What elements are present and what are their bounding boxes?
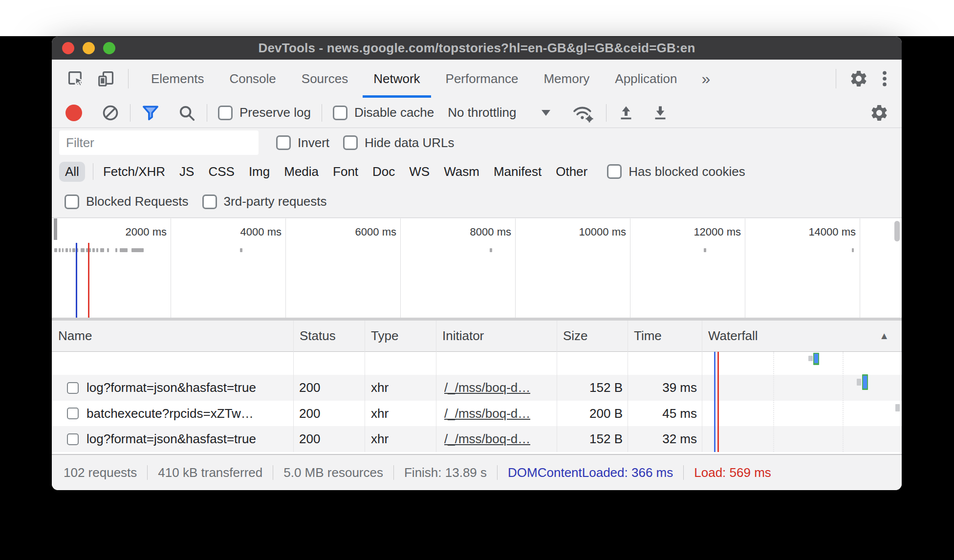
filter-chip-js[interactable]: JS [179,164,194,179]
tab-performance[interactable]: Performance [433,60,531,98]
tab-console[interactable]: Console [217,60,288,98]
overview-scrollbar-thumb[interactable] [894,221,900,241]
preserve-log-label[interactable]: Preserve log [239,105,311,120]
zoom-window-button[interactable] [103,42,115,54]
filter-chip-ws[interactable]: WS [409,164,430,179]
filter-chip-fetch-xhr[interactable]: Fetch/XHR [103,164,165,179]
overview-activity-mark [59,248,61,252]
initiator-link[interactable]: /_/mss/boq-d… [444,406,530,421]
sort-ascending-icon[interactable]: ▲ [879,330,889,342]
export-har-icon[interactable] [651,104,669,122]
name-cell: log?format=json&hasfast=true [52,375,293,401]
network-overview-timeline[interactable]: 2000 ms 4000 ms 6000 ms 8000 ms 10000 ms… [52,218,902,318]
overview-dcl-event-line [76,243,77,318]
blocked-requests-label[interactable]: Blocked Requests [86,194,189,209]
filter-chip-css[interactable]: CSS [208,164,234,179]
filter-chip-font[interactable]: Font [333,164,358,179]
record-network-log-button[interactable] [65,105,82,121]
filter-chip-wasm[interactable]: Wasm [444,164,479,179]
search-icon[interactable] [177,104,196,122]
initiator-link[interactable]: /_/mss/boq-d… [444,431,530,447]
overview-activity-mark [120,248,128,252]
column-header-name-label: Name [58,328,92,344]
waterfall-dcl-line [714,352,716,452]
column-header-type[interactable]: Type [365,321,436,351]
clear-network-log-icon[interactable] [102,104,119,122]
preserve-log-checkbox[interactable] [218,106,233,120]
third-party-requests-label[interactable]: 3rd-party requests [224,194,327,209]
network-settings-gear-icon[interactable] [869,103,889,123]
more-tabs-icon[interactable]: » [690,60,722,98]
status-divider [273,465,273,480]
column-header-type-label: Type [371,328,398,344]
resources-size: 5.0 MB resources [283,465,383,480]
type-filters-row: All Fetch/XHR JS CSS Img Media Font Doc … [52,157,902,186]
tab-bar-divider [128,69,129,88]
overview-activity-mark [107,248,109,252]
filter-input[interactable] [59,130,259,155]
filter-chip-media[interactable]: Media [284,164,319,179]
invert-checkbox[interactable] [276,135,291,150]
overview-activity [52,218,902,318]
column-header-name[interactable]: Name [52,321,293,351]
column-header-status[interactable]: Status [293,321,365,351]
column-header-initiator[interactable]: Initiator [436,321,557,351]
tab-network[interactable]: Network [361,60,433,98]
row-checkbox[interactable] [67,433,79,445]
minimize-window-button[interactable] [83,42,95,54]
overview-left-grip[interactable] [54,218,57,240]
column-header-size[interactable]: Size [557,321,628,351]
row-checkbox[interactable] [67,408,79,419]
filter-chip-other[interactable]: Other [556,164,587,179]
tab-sources[interactable]: Sources [289,60,361,98]
hide-data-urls-checkbox[interactable] [343,135,358,150]
tab-elements[interactable]: Elements [138,60,217,98]
has-blocked-cookies-checkbox[interactable] [607,164,622,179]
disable-cache-checkbox[interactable] [333,106,347,120]
column-header-status-label: Status [300,328,336,344]
requests-count: 102 requests [64,465,137,480]
waterfall-load-line [717,352,719,452]
settings-gear-icon[interactable] [849,69,868,88]
invert-label[interactable]: Invert [298,135,329,151]
filter-funnel-icon[interactable] [141,104,160,122]
column-header-size-label: Size [563,328,588,344]
blocked-requests-checkbox[interactable] [65,194,79,209]
overview-activity-mark [240,248,242,252]
column-separator [628,321,628,452]
network-conditions-icon[interactable] [572,103,595,123]
column-header-initiator-label: Initiator [442,328,484,344]
overview-activity-mark [96,248,98,252]
row-checkbox[interactable] [67,382,79,394]
column-header-waterfall[interactable]: Waterfall ▲ [702,321,902,351]
filter-chip-manifest[interactable]: Manifest [494,164,542,179]
initiator-link[interactable]: /_/mss/boq-d… [444,380,530,395]
inspect-element-icon[interactable] [66,69,85,88]
filter-chips-list: Fetch/XHR JS CSS Img Media Font Doc WS W… [103,164,587,179]
import-har-icon[interactable] [617,104,635,122]
overview-activity-mark [92,248,95,252]
third-party-requests-checkbox[interactable] [202,194,217,209]
filter-chip-doc[interactable]: Doc [372,164,395,179]
throttling-select[interactable]: No throttling [448,105,550,120]
tab-bar-right-divider [836,69,836,88]
name-cell: batchexecute?rpcids=xZTw… [52,401,293,426]
overview-activity-mark [72,248,75,252]
device-toolbar-icon[interactable] [97,69,115,88]
kebab-menu-icon[interactable] [881,69,888,88]
close-window-button[interactable] [62,42,74,54]
tab-application[interactable]: Application [602,60,690,98]
finish-time: Finish: 13.89 s [404,465,487,480]
disable-cache-label[interactable]: Disable cache [354,105,434,120]
type-cell: xhr [365,401,436,426]
requests-table-header: Name Status Type Initiator Size Time Wat… [52,321,902,352]
filter-chip-all[interactable]: All [59,162,85,182]
request-name: log?format=json&hasfast=true [87,380,256,395]
column-header-time[interactable]: Time [628,321,702,351]
tab-memory[interactable]: Memory [531,60,602,98]
hide-data-urls-label[interactable]: Hide data URLs [365,135,455,151]
desktop-background-top [0,0,954,36]
time-cell: 39 ms [628,375,702,401]
filter-chip-img[interactable]: Img [249,164,270,179]
has-blocked-cookies-label[interactable]: Has blocked cookies [629,164,745,179]
